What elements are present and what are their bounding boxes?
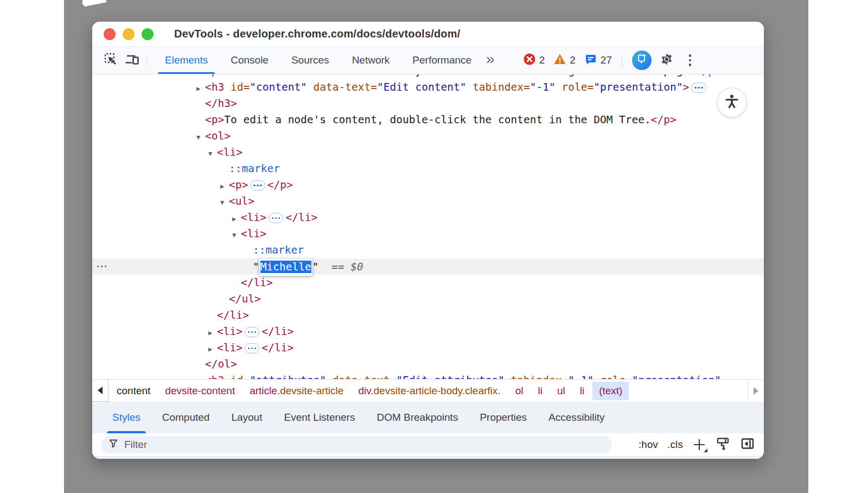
- breadcrumb-item[interactable]: div.devsite-article-body.clearfix.: [352, 382, 507, 400]
- expand-arrow-icon[interactable]: ▶: [196, 374, 205, 379]
- tab-elements[interactable]: Elements: [154, 47, 219, 74]
- dom-tree-row[interactable]: <p>To edit a node's content, double-clic…: [92, 112, 764, 128]
- gear-icon: [659, 51, 675, 69]
- breadcrumb-item[interactable]: article.devsite-article: [243, 382, 350, 400]
- toolbar-right-icons: [632, 47, 698, 74]
- toggle-element-state-button[interactable]: :hov: [639, 439, 658, 451]
- stage: DevTools - developer.chrome.com/docs/dev…: [0, 0, 868, 493]
- dom-tree-row[interactable]: </li>: [92, 275, 764, 291]
- issues-badge-icon: [584, 53, 597, 68]
- toolbar-divider: [146, 53, 147, 68]
- toggle-sidebar-button[interactable]: [740, 436, 755, 453]
- breadcrumb-item[interactable]: content: [110, 382, 157, 400]
- row-actions-dots[interactable]: ···: [97, 258, 108, 275]
- dom-tree-row[interactable]: </ul>: [92, 291, 764, 307]
- tab-performance[interactable]: Performance: [401, 47, 483, 74]
- expand-arrow-icon[interactable]: ▶: [220, 178, 229, 194]
- dom-tree-row[interactable]: ···"Michelle" == $0: [92, 258, 764, 275]
- tab-sources[interactable]: Sources: [280, 47, 341, 74]
- new-style-rule-button[interactable]: [692, 438, 706, 452]
- ellipsis-expand-button[interactable]: [691, 83, 706, 93]
- window-bottom-strip: [92, 456, 764, 459]
- breadcrumb-list: contentdevsite-contentarticle.devsite-ar…: [108, 380, 629, 402]
- dom-tree-row[interactable]: </h3>: [92, 96, 764, 112]
- kebab-menu-icon: [689, 54, 692, 57]
- expand-arrow-icon[interactable]: ▶: [232, 211, 241, 227]
- tab-accessibility[interactable]: Accessibility: [538, 402, 615, 433]
- breadcrumb-item[interactable]: (text): [592, 382, 629, 400]
- tab-event-listeners[interactable]: Event Listeners: [273, 402, 366, 433]
- dom-tree-row[interactable]: ::marker: [92, 242, 764, 258]
- dom-tree-row[interactable]: ▶<li></li>: [92, 340, 764, 356]
- expand-arrow-icon[interactable]: ▼: [220, 194, 229, 211]
- tab-styles[interactable]: Styles: [101, 402, 151, 433]
- element-classes-button[interactable]: .cls: [667, 439, 683, 451]
- ellipsis-expand-button[interactable]: [269, 213, 284, 223]
- breadcrumb-item[interactable]: li: [573, 382, 591, 400]
- styles-filter-input[interactable]: Filter: [101, 436, 612, 453]
- dom-tree-row[interactable]: ▶<li></li>: [92, 210, 764, 226]
- device-toolbar-icon: [124, 52, 141, 69]
- devtools-toolbar: ElementsConsoleSourcesNetworkPerformance…: [92, 47, 764, 74]
- toggle-sidebar-icon: [740, 444, 755, 453]
- inspect-icon: [103, 52, 118, 69]
- chevron-left-icon: [98, 387, 103, 394]
- settings-button[interactable]: [657, 51, 676, 69]
- accessibility-overlay-button[interactable]: [717, 88, 746, 117]
- dom-tree-row[interactable]: ▼<ul>: [92, 193, 764, 210]
- window-title: DevTools - developer.chrome.com/docs/dev…: [174, 28, 461, 40]
- ellipsis-expand-button[interactable]: [245, 343, 260, 353]
- toolbar-divider-right: [622, 53, 622, 68]
- dom-tree-row[interactable]: ▼<li>: [92, 226, 764, 242]
- tab-computed[interactable]: Computed: [151, 402, 221, 433]
- breadcrumb-item[interactable]: ol: [509, 382, 530, 400]
- inline-edit-box[interactable]: Michelle: [259, 258, 312, 276]
- breadcrumb-item[interactable]: ul: [551, 382, 572, 400]
- accessibility-person-icon: [724, 93, 740, 112]
- tab-network[interactable]: Network: [341, 47, 401, 74]
- ai-bubble-button[interactable]: [632, 50, 652, 70]
- chevron-right-icon: [754, 387, 758, 395]
- kebab-menu-button[interactable]: [682, 54, 698, 66]
- tab-console[interactable]: Console: [219, 47, 280, 74]
- tab-layout[interactable]: Layout: [220, 402, 273, 433]
- dom-tree-row[interactable]: ▼<ol>: [92, 128, 764, 144]
- dom-tree-row[interactable]: ▶<li></li>: [92, 324, 764, 340]
- ellipsis-expand-button[interactable]: [250, 180, 265, 191]
- styler-brush-button[interactable]: [716, 436, 731, 453]
- device-toolbar-button[interactable]: [122, 47, 143, 74]
- breadcrumb-item[interactable]: devsite-content: [158, 382, 241, 400]
- expand-arrow-icon[interactable]: ▼: [196, 129, 205, 146]
- dom-tree: <p>You can edit the DOM on the fly and s…: [92, 74, 764, 379]
- dom-tree-row[interactable]: ▶<h3 id="attributes" data-text="Edit att…: [92, 372, 764, 379]
- expand-arrow-icon[interactable]: ▶: [196, 80, 205, 97]
- more-tabs-button[interactable]: »: [483, 47, 502, 74]
- dom-tree-row[interactable]: ::marker: [92, 161, 764, 177]
- dom-tree-row[interactable]: ▶<h3 id="content" data-text="Edit conten…: [92, 79, 764, 96]
- expand-arrow-icon[interactable]: ▶: [208, 325, 217, 341]
- dom-tree-row[interactable]: </ol>: [92, 356, 764, 372]
- breadcrumb-item[interactable]: li: [531, 382, 548, 400]
- expand-arrow-icon[interactable]: ▼: [208, 146, 217, 162]
- breadcrumb-scroll-right-button[interactable]: [748, 380, 764, 402]
- styles-pane-tabs: StylesComputedLayoutEvent ListenersDOM B…: [92, 402, 764, 433]
- close-button[interactable]: [104, 28, 116, 40]
- dom-tree-row[interactable]: ▶<p></p>: [92, 177, 764, 193]
- dom-tree-row[interactable]: <p>You can edit the DOM on the fly and s…: [92, 74, 764, 79]
- ellipsis-expand-button[interactable]: [245, 327, 260, 337]
- inspect-button[interactable]: [100, 47, 122, 74]
- dom-tree-row[interactable]: </li>: [92, 307, 764, 324]
- expand-arrow-icon[interactable]: ▼: [232, 227, 241, 243]
- warnings-badge[interactable]: 2: [553, 53, 576, 68]
- errors-badge[interactable]: 2: [523, 53, 545, 68]
- dom-tree-row[interactable]: ▼<li>: [92, 144, 764, 161]
- minimize-button[interactable]: [123, 28, 135, 40]
- breadcrumb-scroll-left-button[interactable]: [92, 380, 108, 402]
- zoom-button[interactable]: [142, 28, 154, 40]
- tab-dom-breakpoints[interactable]: DOM Breakpoints: [366, 402, 469, 433]
- errors-count: 2: [539, 54, 545, 66]
- expand-arrow-icon[interactable]: ▶: [208, 341, 217, 357]
- tab-properties[interactable]: Properties: [469, 402, 538, 433]
- issues-badge[interactable]: 27: [584, 53, 612, 68]
- filter-placeholder: Filter: [124, 439, 147, 451]
